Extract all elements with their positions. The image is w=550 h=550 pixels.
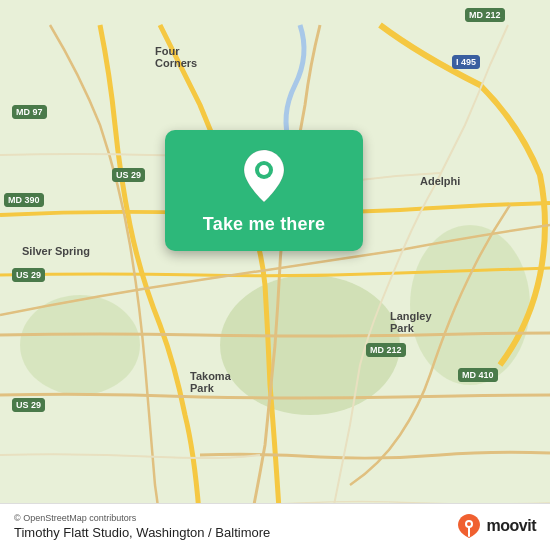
location-pin-icon [241, 148, 287, 204]
map-roads [0, 0, 550, 550]
bottom-info: © OpenStreetMap contributors Timothy Fla… [14, 513, 270, 540]
osm-credit: © OpenStreetMap contributors [14, 513, 270, 523]
moovit-text: moovit [487, 517, 536, 535]
svg-point-0 [220, 275, 400, 415]
moovit-logo: moovit [455, 512, 536, 540]
svg-point-1 [20, 295, 140, 395]
moovit-icon [455, 512, 483, 540]
location-title: Timothy Flatt Studio, Washington / Balti… [14, 525, 270, 540]
navigation-popup[interactable]: Take me there [165, 130, 363, 251]
map-container: FourCorners Adelphi Silver Spring Langle… [0, 0, 550, 550]
take-me-there-button[interactable]: Take me there [203, 214, 325, 235]
svg-point-6 [467, 522, 471, 526]
svg-point-4 [259, 165, 269, 175]
bottom-bar: © OpenStreetMap contributors Timothy Fla… [0, 503, 550, 550]
svg-point-2 [410, 225, 530, 385]
